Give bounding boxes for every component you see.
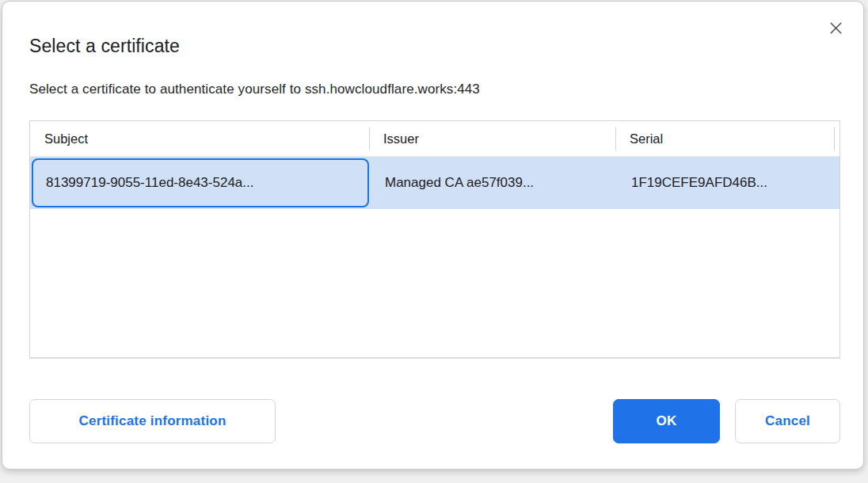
dialog-title: Select a certificate [29, 36, 180, 57]
ok-button[interactable]: OK [613, 399, 720, 443]
table-header-row: Subject Issuer Serial [30, 121, 839, 157]
certificate-information-button[interactable]: Certificate information [29, 399, 276, 443]
dialog-subtitle: Select a certificate to authenticate you… [29, 82, 480, 97]
close-icon[interactable] [825, 17, 846, 38]
close-x-glyph [827, 19, 845, 37]
column-header-issuer: Issuer [369, 121, 615, 156]
certificate-select-dialog: Select a certificate Select a certificat… [2, 1, 864, 470]
column-header-serial: Serial [615, 121, 834, 156]
cancel-button[interactable]: Cancel [735, 399, 840, 443]
cell-serial: 1F19CEFE9AFD46B... [615, 157, 839, 209]
certificate-table: Subject Issuer Serial 81399719-9055-11ed… [29, 120, 840, 359]
column-header-subject: Subject [30, 121, 369, 156]
scrollbar-gutter-divider [834, 121, 839, 156]
cell-issuer: Managed CA ae57f039... [369, 157, 615, 209]
certificate-row[interactable]: 81399719-9055-11ed-8e43-524a... Managed … [30, 157, 839, 209]
cell-subject: 81399719-9055-11ed-8e43-524a... [30, 157, 369, 209]
dialog-footer: Certificate information OK Cancel [29, 399, 840, 443]
